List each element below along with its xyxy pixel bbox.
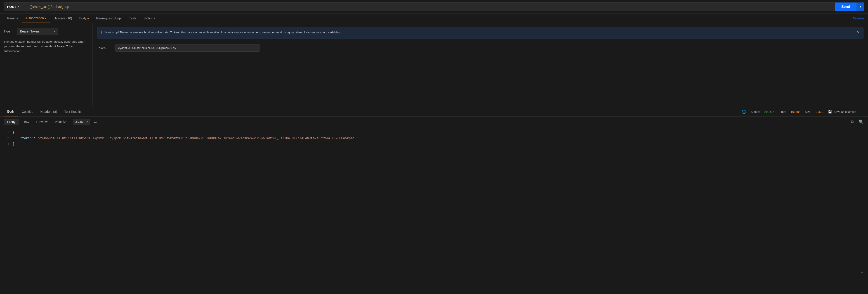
line-content-3: }	[13, 141, 14, 147]
line-content-2: "token": "eyJhbGciOiJIUzI1NiIsInR5cCI6Ik…	[13, 136, 358, 141]
token-input[interactable]	[115, 44, 260, 52]
bottom-section: Body Cookies Headers (8) Test Results 🌐 …	[0, 107, 868, 150]
time-value: 109 ms	[791, 110, 800, 113]
tab-body[interactable]: Body	[76, 14, 93, 23]
auth-left-panel: Type Bearer Token The authorization head…	[0, 23, 93, 107]
format-visualize[interactable]: Visualize	[51, 119, 71, 125]
code-line-3: 3 }	[4, 141, 864, 147]
line-content-1: {	[13, 130, 14, 136]
tab-settings[interactable]: Settings	[140, 14, 159, 23]
filter-icon-button[interactable]: ⇌	[92, 119, 98, 125]
method-chevron-icon: ▾	[18, 5, 19, 8]
json-format-select-wrap: JSON	[73, 119, 90, 125]
json-format-select[interactable]: JSON	[73, 119, 90, 125]
response-body-code: 1 { 2 "token": "eyJhbGciOiJIUzI1NiIsInR5…	[0, 127, 868, 150]
response-format-toolbar: Pretty Raw Preview Visualize JSON ⇌ ⧉ 🔍	[0, 117, 868, 127]
time-label: Time:	[779, 110, 786, 113]
type-select[interactable]: Bearer Token	[17, 28, 58, 35]
code-line-2: 2 "token": "eyJhbGciOiJIUzI1NiIsInR5cCI6…	[4, 136, 864, 141]
line-num-2: 2	[4, 136, 13, 141]
banner-text: Heads up! These parameters hold sensitiv…	[105, 30, 854, 35]
url-bar: POST ▾ Send ▾	[0, 0, 868, 13]
token-row: Token	[97, 44, 864, 52]
size-value: 396 B	[816, 110, 824, 113]
format-pretty[interactable]: Pretty	[4, 119, 19, 125]
authorization-dot	[45, 17, 46, 19]
banner-close-icon[interactable]: ✕	[857, 30, 860, 35]
format-preview[interactable]: Preview	[33, 119, 51, 125]
size-label: Size:	[805, 110, 811, 113]
response-tab-cookies[interactable]: Cookies	[18, 107, 37, 116]
send-button-group: Send ▾	[835, 2, 864, 11]
type-select-wrap: Bearer Token	[17, 28, 58, 35]
copy-button[interactable]: ⧉	[850, 118, 855, 125]
status-label: Status:	[751, 110, 760, 113]
auth-right-panel: ℹ Heads up! These parameters hold sensit…	[93, 23, 868, 107]
auth-description: The authorization header will be automat…	[4, 39, 89, 53]
tab-headers[interactable]: Headers (10)	[50, 14, 76, 23]
response-tab-test-results[interactable]: Test Results	[61, 107, 85, 116]
scroll-up-button[interactable]: −	[860, 269, 864, 276]
variables-link[interactable]: variables	[328, 31, 340, 34]
line-num-1: 1	[4, 130, 13, 136]
response-tab-body[interactable]: Body	[4, 107, 18, 116]
body-dot	[88, 18, 89, 20]
line-num-3: 3	[4, 141, 13, 147]
response-tab-headers[interactable]: Headers (8)	[37, 107, 61, 116]
url-input[interactable]	[26, 2, 835, 11]
method-label: POST	[7, 5, 16, 8]
search-button[interactable]: 🔍	[858, 118, 864, 125]
tab-pre-request[interactable]: Pre-request Script	[93, 14, 125, 23]
method-dropdown[interactable]: POST ▾	[4, 2, 26, 11]
send-button[interactable]: Send	[835, 2, 857, 11]
format-raw[interactable]: Raw	[19, 119, 33, 125]
more-options-icon[interactable]: ⋯	[861, 110, 864, 114]
token-label: Token	[97, 46, 111, 50]
status-area: 🌐 Status: 200 OK Time: 109 ms Size: 396 …	[742, 110, 864, 114]
send-dropdown-button[interactable]: ▾	[857, 2, 864, 11]
save-icon: 💾	[828, 110, 832, 114]
tab-params[interactable]: Params	[4, 14, 22, 23]
save-example-label: Save as example	[834, 110, 856, 113]
main-content: Type Bearer Token The authorization head…	[0, 23, 868, 107]
scroll-controls: −	[860, 269, 864, 276]
status-value: 200 OK	[765, 110, 774, 113]
request-tabs-bar: Params Authorization Headers (10) Body P…	[0, 13, 868, 23]
cookies-link[interactable]: Cookies	[853, 16, 864, 20]
type-label: Type	[4, 30, 17, 33]
status-globe-icon: 🌐	[742, 110, 746, 114]
tab-authorization[interactable]: Authorization	[22, 13, 50, 23]
tab-tests[interactable]: Tests	[125, 14, 140, 23]
bearer-token-link[interactable]: Bearer Token	[57, 45, 74, 48]
type-row: Type Bearer Token	[4, 28, 89, 35]
response-tabs-bar: Body Cookies Headers (8) Test Results 🌐 …	[0, 107, 868, 117]
save-example-button[interactable]: 💾 Save as example	[828, 110, 856, 114]
info-icon: ℹ	[101, 31, 103, 35]
response-toolbar-right: ⧉ 🔍	[850, 118, 864, 125]
sensitive-data-banner: ℹ Heads up! These parameters hold sensit…	[97, 27, 864, 39]
code-line-1: 1 {	[4, 130, 864, 136]
